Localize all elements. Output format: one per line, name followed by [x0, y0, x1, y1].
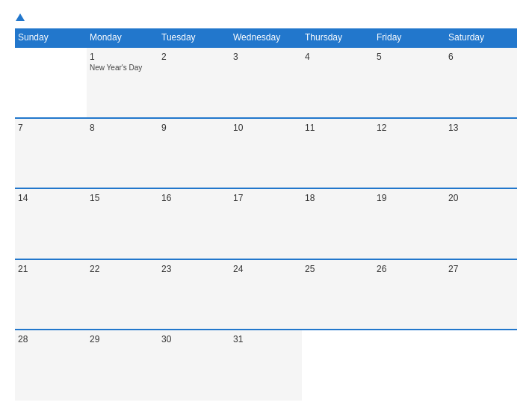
day-number: 24 — [233, 264, 299, 274]
calendar-cell: 10 — [230, 118, 302, 189]
weekday-header-tuesday: Tuesday — [158, 28, 230, 47]
day-number: 4 — [305, 52, 371, 62]
calendar-cell: 13 — [445, 118, 517, 189]
calendar-cell: 9 — [158, 118, 230, 189]
calendar-cell: 20 — [445, 188, 517, 259]
calendar-cell: 28 — [15, 330, 87, 401]
logo — [15, 13, 25, 22]
day-number: 28 — [18, 334, 84, 344]
day-number: 12 — [377, 123, 442, 133]
calendar-cell: 11 — [302, 118, 374, 189]
calendar-week-row: 78910111213 — [15, 118, 517, 189]
calendar-cell: 21 — [15, 259, 87, 330]
calendar-cell: 31 — [230, 330, 302, 401]
day-number: 23 — [161, 264, 227, 274]
day-number: 13 — [448, 123, 514, 133]
day-number: 31 — [233, 334, 299, 344]
day-number: 2 — [161, 52, 227, 62]
day-number: 17 — [233, 193, 299, 203]
weekday-header-friday: Friday — [374, 28, 445, 47]
calendar-cell: 17 — [230, 188, 302, 259]
calendar-page: SundayMondayTuesdayWednesdayThursdayFrid… — [0, 0, 532, 411]
calendar-cell: 1New Year's Day — [87, 47, 158, 118]
calendar-cell: 12 — [374, 118, 445, 189]
day-number: 7 — [18, 123, 84, 133]
calendar-cell: 16 — [158, 188, 230, 259]
calendar-cell: 27 — [445, 259, 517, 330]
day-number: 14 — [18, 193, 84, 203]
calendar-cell: 19 — [374, 188, 445, 259]
day-number: 19 — [377, 193, 442, 203]
day-number: 15 — [90, 193, 155, 203]
calendar-cell: 29 — [87, 330, 158, 401]
day-number: 21 — [18, 264, 84, 274]
day-number: 27 — [448, 264, 514, 274]
calendar-cell: 30 — [158, 330, 230, 401]
calendar-table: SundayMondayTuesdayWednesdayThursdayFrid… — [15, 28, 517, 401]
weekday-header-row: SundayMondayTuesdayWednesdayThursdayFrid… — [15, 28, 517, 47]
weekday-header-thursday: Thursday — [302, 28, 374, 47]
day-number: 1 — [90, 52, 155, 62]
calendar-week-row: 14151617181920 — [15, 188, 517, 259]
calendar-week-row: 28293031 — [15, 330, 517, 401]
day-number: 22 — [90, 264, 155, 274]
day-number: 18 — [305, 193, 371, 203]
calendar-cell — [374, 330, 445, 401]
calendar-header — [15, 13, 517, 22]
day-number: 6 — [448, 52, 514, 62]
calendar-cell: 14 — [15, 188, 87, 259]
day-number: 8 — [90, 123, 155, 133]
day-number: 5 — [377, 52, 442, 62]
day-number: 30 — [161, 334, 227, 344]
logo-triangle-icon — [16, 13, 25, 21]
weekday-header-saturday: Saturday — [445, 28, 517, 47]
calendar-cell: 18 — [302, 188, 374, 259]
calendar-cell: 8 — [87, 118, 158, 189]
weekday-header-monday: Monday — [87, 28, 158, 47]
day-number: 16 — [161, 193, 227, 203]
calendar-week-row: 21222324252627 — [15, 259, 517, 330]
calendar-cell: 23 — [158, 259, 230, 330]
day-number: 20 — [448, 193, 514, 203]
calendar-cell: 7 — [15, 118, 87, 189]
calendar-cell: 2 — [158, 47, 230, 118]
day-number: 10 — [233, 123, 299, 133]
calendar-cell: 4 — [302, 47, 374, 118]
calendar-cell: 24 — [230, 259, 302, 330]
weekday-header-wednesday: Wednesday — [230, 28, 302, 47]
calendar-cell — [15, 47, 87, 118]
calendar-cell: 3 — [230, 47, 302, 118]
day-number: 29 — [90, 334, 155, 344]
day-number: 26 — [377, 264, 442, 274]
calendar-cell: 15 — [87, 188, 158, 259]
day-number: 9 — [161, 123, 227, 133]
day-number: 11 — [305, 123, 371, 133]
calendar-cell — [445, 330, 517, 401]
calendar-cell: 25 — [302, 259, 374, 330]
day-number: 3 — [233, 52, 299, 62]
calendar-cell: 26 — [374, 259, 445, 330]
calendar-cell: 5 — [374, 47, 445, 118]
calendar-cell: 22 — [87, 259, 158, 330]
calendar-cell: 6 — [445, 47, 517, 118]
weekday-header-sunday: Sunday — [15, 28, 87, 47]
day-number: 25 — [305, 264, 371, 274]
holiday-label: New Year's Day — [90, 64, 155, 72]
calendar-cell — [302, 330, 374, 401]
calendar-week-row: 1New Year's Day23456 — [15, 47, 517, 118]
